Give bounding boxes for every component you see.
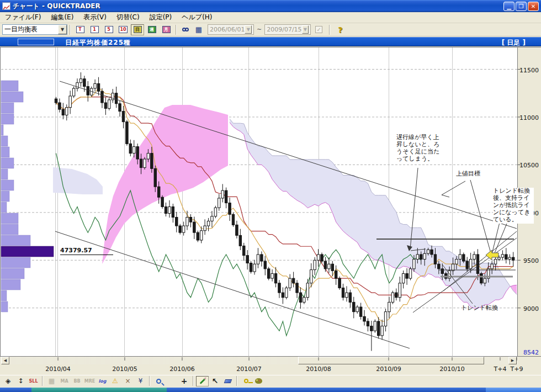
x-tick-label: 2010/05: [112, 365, 137, 373]
calendar-icon[interactable]: ▦: [193, 24, 205, 35]
bb-icon: BB: [71, 376, 83, 386]
y-tick-label: 9000: [523, 305, 539, 312]
title-bar[interactable]: チャート - QUICKTRADER ▁ ❐ ✕: [0, 0, 541, 12]
chart-title: 日経平均株価225種: [65, 38, 131, 47]
palette-icon[interactable]: [252, 376, 265, 386]
mre-icon: MRE: [83, 376, 96, 386]
period-icon: 1: [91, 26, 99, 33]
x-tick-label: T+9: [511, 365, 523, 373]
cursor-icon[interactable]: ↖: [209, 376, 221, 386]
period-icon: 週: [148, 26, 156, 33]
toolbar-separator: [149, 376, 150, 386]
app-chart-icon: [2, 2, 10, 10]
y-min-label: 8542: [523, 349, 539, 356]
close-button[interactable]: ✕: [528, 2, 539, 11]
menu-item-5[interactable]: ヘルプ(H): [177, 12, 217, 23]
restore-button[interactable]: ❐: [516, 2, 527, 11]
toolbar-separator: [236, 376, 237, 386]
horizontal-scrollbar[interactable]: ◀ ▶: [0, 357, 518, 364]
scroll-right-button[interactable]: ▶: [508, 357, 517, 364]
period-button-5[interactable]: 5: [102, 24, 115, 35]
annotation-1: 上値目標: [456, 171, 489, 178]
key-icon[interactable]: [240, 376, 252, 386]
period-button-T[interactable]: T: [73, 24, 87, 35]
warning-icon[interactable]: ⚠: [109, 376, 121, 386]
period-button-日[interactable]: 日: [131, 24, 144, 35]
zoom-region-icon[interactable]: [165, 376, 178, 386]
window-title: チャート - QUICKTRADER: [13, 2, 502, 11]
crosshair-icon[interactable]: +: [178, 376, 190, 386]
zoom-icon[interactable]: [152, 376, 165, 386]
log-scale-icon[interactable]: log: [96, 376, 109, 386]
drawing-toolbar: ◈↕SLL▦MABBMRElog⚠×¥+↖: [0, 375, 541, 386]
indicator-select-value: 一目均衡表: [3, 25, 58, 34]
minimize-button[interactable]: ▁: [503, 2, 515, 11]
y-tick-label: 9500: [523, 257, 539, 264]
date-from-value: 2006/06/01: [210, 26, 245, 33]
volume-profile-value: 47379.57: [60, 247, 113, 255]
scrollbar-thumb[interactable]: [298, 357, 484, 364]
annotation-0: 遅行線が早く上昇しないと、ろうそく足に当たってしまう。: [396, 134, 444, 163]
chart-x-icon[interactable]: ×: [121, 376, 134, 386]
chevron-down-icon[interactable]: ▼: [58, 25, 67, 34]
x-tick-label: 2010/06: [169, 365, 195, 373]
y-tick-label: 10500: [519, 162, 539, 169]
contract-icon[interactable]: ◈: [2, 376, 14, 386]
toolbar-separator: [42, 376, 43, 386]
indicator-select[interactable]: 一目均衡表 ▼: [2, 24, 67, 35]
menu-item-0[interactable]: ファイル(F): [0, 12, 46, 23]
period-button-週[interactable]: 週: [145, 24, 158, 35]
x-axis: 2010/042010/052010/062010/072010/082010/…: [0, 364, 541, 375]
yen-icon[interactable]: ¥: [134, 376, 147, 386]
toolbar-separator: [193, 376, 194, 386]
date-range-tilde: ~: [257, 26, 262, 33]
menu-item-1[interactable]: 編集(E): [46, 12, 78, 23]
menu-item-2[interactable]: 表示(V): [78, 12, 112, 23]
chart-header: 日経平均株価225種 [ 日足 ]: [0, 36, 541, 47]
x-tick-label: 2010/08: [306, 365, 331, 373]
period-icon: 10: [119, 26, 127, 33]
sll-icon[interactable]: SLL: [27, 376, 40, 386]
chevron-down-icon: ▼: [245, 25, 252, 34]
annotation-3: トレンド転換: [461, 305, 505, 312]
period-icon: 5: [105, 26, 113, 33]
period-icon: 月: [162, 26, 171, 33]
chart-plot-area[interactable]: [0, 47, 518, 357]
menu-item-4[interactable]: 設定(P): [145, 12, 177, 23]
scroll-left-button[interactable]: ◀: [1, 357, 9, 364]
candle-adjust-icon[interactable]: ↕: [14, 376, 27, 386]
date-range-checkbox: ✓: [315, 26, 322, 33]
annotation-2: トレンド転換後、支持ラインが抵抗ラインになってきている。: [493, 188, 534, 224]
pencil-icon[interactable]: [196, 376, 209, 386]
period-icon: T: [76, 26, 84, 33]
period-button-10[interactable]: 10: [116, 24, 130, 35]
quicktrader-window: チャート - QUICKTRADER ▁ ❐ ✕ ファイル(F)編集(E)表示(…: [0, 0, 541, 392]
period-button-月[interactable]: 月: [160, 24, 173, 35]
status-strip: [0, 386, 541, 392]
help-button[interactable]: ?: [338, 25, 342, 34]
timeframe-label: [ 日足 ]: [502, 38, 526, 47]
x-tick-label: 2010/10: [439, 365, 465, 373]
chevron-down-icon: ▼: [302, 25, 309, 34]
toolbar-separator: [70, 25, 71, 35]
date-to-value: 2009/07/15: [267, 26, 301, 33]
symbol-box[interactable]: [18, 39, 54, 45]
x-tick-label: 2010/09: [376, 365, 401, 373]
period-icon: 日: [134, 26, 142, 33]
date-from-field: 2006/06/01 ▼: [208, 24, 254, 35]
x-tick-label: T+4: [494, 365, 507, 373]
menu-item-3[interactable]: 切替(C): [112, 12, 145, 23]
ma-icon: MA: [58, 376, 71, 386]
toolbar-separator: [329, 25, 330, 35]
y-tick-label: 11500: [519, 67, 539, 74]
date-to-field: 2009/07/15 ▼: [264, 24, 311, 35]
x-tick-label: 2010/07: [236, 365, 262, 373]
toolbar-separator: [176, 25, 177, 35]
main-toolbar: 一目均衡表 ▼ T1510日週月 ▦ 2006/06/01 ▼ ~ 2009/0…: [0, 23, 541, 36]
menu-bar: ファイル(F)編集(E)表示(V)切替(C)設定(P)ヘルプ(H): [0, 12, 541, 23]
binocular-icon[interactable]: [179, 24, 192, 35]
period-button-1[interactable]: 1: [88, 24, 101, 35]
x-tick-label: 2010/04: [45, 365, 71, 373]
eraser-icon[interactable]: [221, 376, 234, 386]
period-button-group: T1510日週月: [73, 24, 173, 35]
